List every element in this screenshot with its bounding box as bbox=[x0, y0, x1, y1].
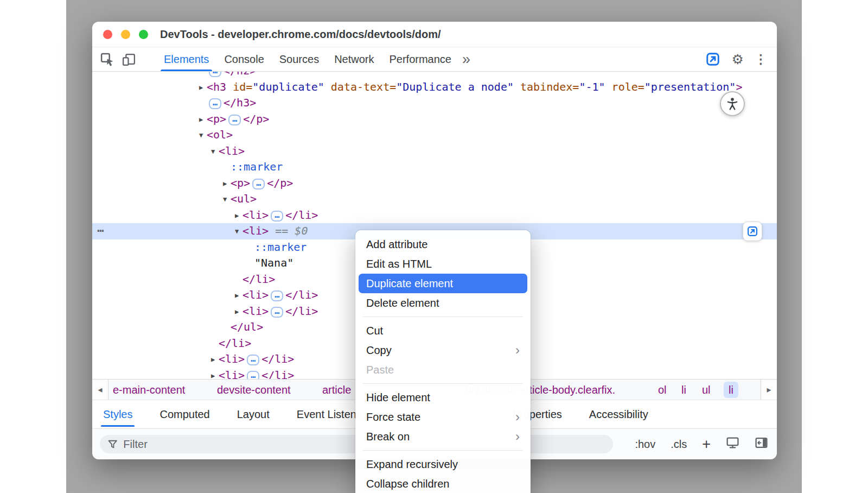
menu-item-collapse-children[interactable]: Collapse children bbox=[359, 474, 527, 493]
inline-expand-icon[interactable]: … bbox=[271, 290, 283, 301]
sidebar-tab-computed[interactable]: Computed bbox=[159, 400, 209, 428]
dom-row[interactable]: ▶<p>…</p> bbox=[92, 175, 777, 192]
code-token: <li> bbox=[219, 369, 245, 380]
menu-item-break-on[interactable]: Break on› bbox=[359, 427, 527, 446]
menu-item-copy[interactable]: Copy› bbox=[359, 340, 527, 360]
sidebar-tab-accessibility[interactable]: Accessibility bbox=[589, 400, 648, 428]
inspect-element-icon[interactable] bbox=[99, 51, 115, 67]
expand-arrow-icon[interactable]: ▶ bbox=[199, 112, 207, 128]
expand-arrow-icon[interactable]: ▼ bbox=[223, 192, 231, 208]
menu-item-force-state[interactable]: Force state› bbox=[359, 407, 527, 427]
accessibility-person-icon[interactable] bbox=[720, 91, 745, 116]
breadcrumb-item-selected[interactable]: li bbox=[724, 382, 738, 398]
breadcrumb-item[interactable]: devsite-content bbox=[217, 380, 291, 400]
inline-expand-icon[interactable]: … bbox=[271, 211, 283, 222]
inline-expand-icon[interactable]: … bbox=[252, 179, 265, 189]
dom-row[interactable]: ▶<li>…</li> bbox=[92, 207, 777, 224]
dom-row[interactable]: …</h2> bbox=[92, 72, 777, 79]
menu-item-edit-as-html[interactable]: Edit as HTML bbox=[359, 254, 527, 274]
expand-arrow-icon[interactable]: ▼ bbox=[199, 128, 207, 144]
breadcrumb-item[interactable]: e-main-content bbox=[113, 380, 185, 400]
code-token: </li> bbox=[285, 288, 318, 301]
code-token: "Duplicate a node" bbox=[396, 80, 514, 93]
element-classes-button[interactable]: .cls bbox=[671, 438, 687, 451]
code-token: id= bbox=[233, 80, 252, 93]
minimize-button[interactable] bbox=[121, 30, 130, 39]
menu-item-label: Add attribute bbox=[366, 235, 427, 254]
code-token: ::marker bbox=[231, 160, 283, 173]
sidebar-tab-styles[interactable]: Styles bbox=[103, 400, 132, 428]
code-token: tabindex= bbox=[520, 80, 579, 93]
row-overflow-icon[interactable]: ⋯ bbox=[97, 223, 104, 239]
breadcrumb-scroll-left-icon[interactable]: ◂ bbox=[92, 380, 108, 400]
dom-row[interactable]: ▶<p>…</p> bbox=[92, 111, 777, 128]
dom-row[interactable]: ▼<li> bbox=[92, 143, 777, 160]
expand-arrow-icon[interactable]: ▶ bbox=[223, 176, 231, 192]
menu-item-label: Delete element bbox=[366, 293, 439, 313]
code-token: </p> bbox=[267, 176, 293, 189]
dom-row[interactable]: ::marker bbox=[92, 159, 777, 175]
scroll-into-view-badge[interactable] bbox=[743, 222, 762, 241]
tab-network[interactable]: Network bbox=[327, 47, 381, 71]
menu-separator bbox=[363, 383, 523, 384]
expand-arrow-icon[interactable]: ▶ bbox=[211, 368, 219, 380]
more-panels-icon[interactable]: » bbox=[462, 47, 470, 72]
code-token: </li> bbox=[285, 305, 318, 318]
code-token: <li> bbox=[219, 352, 245, 365]
breadcrumb-item[interactable]: article bbox=[322, 380, 351, 400]
breadcrumb-scroll-right-icon[interactable]: ▸ bbox=[761, 380, 777, 400]
submenu-chevron-icon: › bbox=[515, 427, 520, 446]
menu-item-hide-element[interactable]: Hide element bbox=[359, 388, 527, 407]
menu-item-duplicate-element[interactable]: Duplicate element bbox=[359, 274, 527, 293]
menu-item-expand-recursively[interactable]: Expand recursively bbox=[359, 454, 527, 474]
rendering-icon[interactable] bbox=[726, 436, 739, 452]
tab-performance[interactable]: Performance bbox=[382, 47, 459, 71]
toolbar-right: ⚙ ⋮ bbox=[705, 51, 777, 67]
settings-gear-icon[interactable]: ⚙ bbox=[732, 52, 744, 67]
toggle-element-state-button[interactable]: :hov bbox=[635, 438, 655, 451]
menu-item-label: Edit as HTML bbox=[366, 254, 432, 274]
screenshot-stage: DevTools - developer.chrome.com/docs/dev… bbox=[0, 0, 868, 493]
code-token: <li> bbox=[219, 144, 245, 157]
expand-arrow-icon[interactable]: ▼ bbox=[211, 144, 219, 160]
expand-arrow-icon[interactable]: ▶ bbox=[235, 288, 242, 304]
dom-row[interactable]: ▶<h3 id="duplicate" data-text="Duplicate… bbox=[92, 79, 777, 96]
menu-separator bbox=[363, 450, 523, 451]
menu-item-label: Force state bbox=[366, 407, 420, 427]
kebab-menu-icon[interactable]: ⋮ bbox=[755, 52, 767, 67]
inline-expand-icon[interactable]: … bbox=[247, 355, 259, 365]
tab-elements[interactable]: Elements bbox=[156, 47, 216, 71]
menu-item-add-attribute[interactable]: Add attribute bbox=[359, 235, 527, 254]
expand-arrow-icon[interactable]: ▶ bbox=[235, 208, 242, 224]
inline-expand-icon[interactable]: … bbox=[247, 371, 259, 380]
breadcrumb-item[interactable]: ul bbox=[702, 380, 711, 400]
dom-row[interactable]: ▼<ol> bbox=[92, 127, 777, 143]
expand-arrow-icon[interactable]: ▼ bbox=[235, 224, 242, 240]
inline-expand-icon[interactable]: … bbox=[209, 98, 221, 109]
inline-expand-icon[interactable]: … bbox=[209, 72, 221, 77]
tab-sources[interactable]: Sources bbox=[272, 47, 327, 71]
code-token: == $0 bbox=[269, 224, 308, 237]
inline-expand-icon[interactable]: … bbox=[271, 307, 283, 318]
sidebar-tab-layout[interactable]: Layout bbox=[237, 400, 270, 428]
menu-item-cut[interactable]: Cut bbox=[359, 321, 527, 340]
menu-item-label: Expand recursively bbox=[366, 454, 458, 474]
close-button[interactable] bbox=[103, 30, 112, 39]
breadcrumb-item[interactable]: ol bbox=[658, 380, 667, 400]
element-focus-icon[interactable] bbox=[705, 51, 721, 67]
expand-arrow-icon[interactable]: ▶ bbox=[199, 80, 207, 96]
dock-side-icon[interactable] bbox=[755, 436, 768, 452]
context-menu: Add attributeEdit as HTMLDuplicate eleme… bbox=[355, 230, 531, 493]
dom-row[interactable]: ▼<ul> bbox=[92, 191, 777, 207]
code-token: </p> bbox=[243, 112, 269, 125]
inline-expand-icon[interactable]: … bbox=[228, 115, 241, 125]
menu-item-delete-element[interactable]: Delete element bbox=[359, 293, 527, 313]
dom-row[interactable]: …</h3> bbox=[92, 95, 777, 111]
expand-arrow-icon[interactable]: ▶ bbox=[211, 352, 219, 368]
breadcrumb-item[interactable]: li bbox=[681, 380, 686, 400]
expand-arrow-icon[interactable]: ▶ bbox=[235, 304, 242, 320]
new-style-rule-icon[interactable]: + bbox=[702, 439, 711, 450]
device-toolbar-icon[interactable] bbox=[120, 51, 137, 67]
tab-console[interactable]: Console bbox=[216, 47, 271, 71]
zoom-button[interactable] bbox=[139, 30, 148, 39]
